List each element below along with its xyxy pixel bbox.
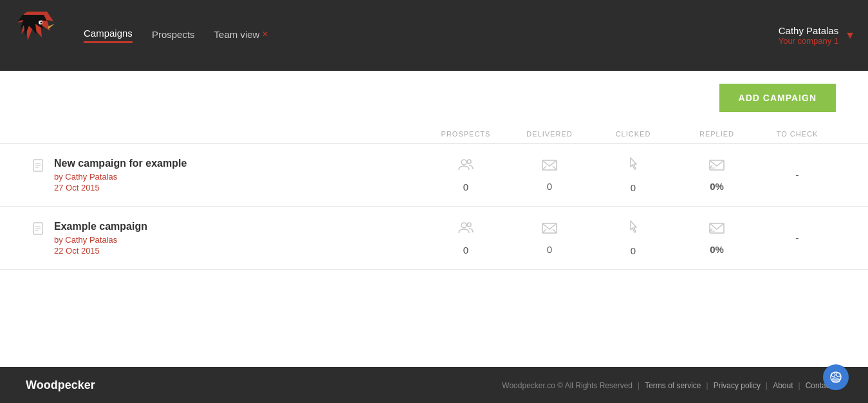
campaign-name: Example campaign (54, 221, 147, 232)
footer-sep-3: | (766, 381, 768, 390)
campaign-details: New campaign for example by Cathy Patala… (54, 158, 187, 192)
campaign-info: New campaign for example by Cathy Patala… (32, 158, 424, 192)
campaign-info: Example campaign by Cathy Patalas 22 Oct… (32, 221, 424, 256)
user-info: Cathy Patalas Your company 1 (779, 25, 838, 46)
stat-delivered: 0 (508, 221, 591, 255)
main-content: ADD CAMPAIGN PROSPECTS DELIVERED CLICKED… (0, 71, 868, 367)
stat-to-check: - (759, 232, 836, 243)
footer-copyright: Woodpecker.co © All Rights Reserved (502, 381, 633, 390)
user-area[interactable]: Cathy Patalas Your company 1 ▼ (779, 25, 855, 46)
col-header-replied: REPLIED (675, 130, 759, 138)
campaign-doc-icon (32, 222, 46, 243)
svg-line-12 (542, 166, 546, 170)
add-campaign-button[interactable]: ADD CAMPAIGN (719, 84, 836, 112)
prospects-icon (457, 220, 474, 239)
footer-sep-1: | (638, 381, 640, 390)
stat-clicked: 0 (591, 156, 675, 193)
user-dropdown-chevron-icon[interactable]: ▼ (845, 30, 855, 41)
stat-clicked-value: 0 (631, 245, 636, 256)
nav-team-view[interactable]: Team view ✕ (214, 29, 269, 42)
footer-brand: Woodpecker (26, 379, 95, 392)
col-header-clicked: CLICKED (591, 130, 675, 138)
footer-link-privacy[interactable]: Privacy policy (714, 381, 761, 390)
main-footer: Woodpecker Woodpecker.co © All Rights Re… (0, 367, 868, 403)
svg-marker-4 (48, 24, 55, 29)
col-header-to-check: TO CHECK (759, 130, 836, 138)
footer-sep-2: | (706, 381, 708, 390)
campaign-date: 27 Oct 2015 (54, 183, 187, 192)
stat-prospects: 0 (424, 220, 508, 256)
svg-line-23 (553, 229, 557, 233)
footer-link-about[interactable]: About (773, 381, 793, 390)
stat-to-check-value: - (796, 232, 799, 243)
footer-link-terms[interactable]: Terms of service (645, 381, 701, 390)
campaign-date: 22 Oct 2015 (54, 246, 147, 256)
nav-prospects[interactable]: Prospects (152, 29, 195, 42)
svg-point-10 (467, 160, 471, 164)
stat-clicked-value: 0 (631, 182, 636, 193)
col-header-prospects: PROSPECTS (424, 130, 508, 138)
table-header: PROSPECTS DELIVERED CLICKED REPLIED TO C… (0, 125, 868, 144)
footer-links: Woodpecker.co © All Rights Reserved | Te… (502, 381, 842, 390)
stat-delivered-value: 0 (547, 181, 552, 192)
user-name: Cathy Patalas (779, 25, 838, 36)
svg-point-19 (461, 223, 466, 228)
replied-icon (708, 158, 725, 176)
svg-point-20 (467, 223, 471, 227)
stat-replied: 0% (675, 221, 759, 255)
campaign-author: by Cathy Patalas (54, 235, 147, 245)
top-bar: ADD CAMPAIGN (0, 71, 868, 125)
campaign-doc-icon (32, 159, 46, 180)
nav-campaigns[interactable]: Campaigns (84, 28, 133, 43)
prospects-icon (457, 157, 474, 176)
footer-sep-4: | (799, 381, 800, 390)
stat-replied-value: 0% (710, 244, 724, 255)
stat-prospects-value: 0 (463, 182, 468, 192)
col-header-delivered: DELIVERED (508, 130, 591, 138)
svg-point-9 (461, 160, 466, 165)
team-view-chevron-icon: ✕ (262, 30, 268, 39)
logo[interactable] (13, 6, 58, 64)
delivered-icon (541, 158, 558, 176)
help-button[interactable] (823, 364, 849, 390)
campaign-details: Example campaign by Cathy Patalas 22 Oct… (54, 221, 147, 256)
svg-line-22 (542, 229, 546, 233)
clicked-icon (625, 220, 641, 240)
stat-clicked: 0 (591, 220, 675, 256)
table-row[interactable]: Example campaign by Cathy Patalas 22 Oct… (0, 207, 868, 270)
table-row[interactable]: New campaign for example by Cathy Patala… (0, 144, 868, 207)
delivered-icon (541, 221, 558, 239)
main-nav: Campaigns Prospects Team view ✕ (84, 28, 779, 43)
stat-to-check-value: - (796, 169, 799, 180)
stat-replied-value: 0% (710, 181, 724, 192)
stat-delivered: 0 (508, 158, 591, 192)
stat-replied: 0% (675, 158, 759, 192)
main-header: Campaigns Prospects Team view ✕ Cathy Pa… (0, 0, 868, 71)
logo-area (13, 6, 58, 64)
stat-delivered-value: 0 (547, 244, 552, 255)
svg-point-3 (40, 21, 42, 23)
user-company: Your company 1 (779, 36, 838, 46)
stat-to-check: - (759, 169, 836, 180)
svg-line-13 (553, 166, 557, 170)
replied-icon (708, 221, 725, 239)
stat-prospects: 0 (424, 157, 508, 192)
stat-prospects-value: 0 (463, 245, 468, 256)
clicked-icon (625, 156, 641, 177)
campaign-name: New campaign for example (54, 158, 187, 169)
campaign-author: by Cathy Patalas (54, 172, 187, 182)
